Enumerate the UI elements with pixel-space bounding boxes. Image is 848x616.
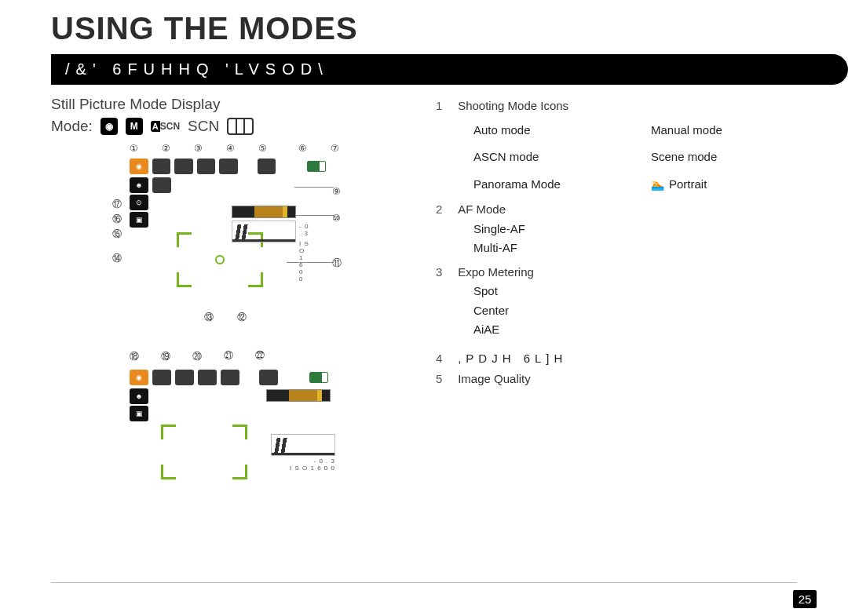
image-quality-head: 5 Image Quality <box>436 370 797 388</box>
ev-value: - 0 . 3 <box>299 223 310 237</box>
manual-mode-label: Manual mode <box>651 122 797 140</box>
camera-mode-icon: ◉ <box>130 159 148 174</box>
second-top-callouts: ⑱ ⑲ ⑳ ㉑ ㉒ <box>130 350 397 363</box>
face-detect-icon: ☻ <box>130 177 148 193</box>
af-icon <box>152 159 171 174</box>
footer-divider <box>51 582 797 583</box>
left-column: Still Picture Mode Display Mode: ◉ M ASC… <box>51 96 397 479</box>
shooting-mode-icons-head: 1 Shooting Mode Icons <box>436 97 797 115</box>
content-columns: Still Picture Mode Display Mode: ◉ M ASC… <box>51 96 797 479</box>
expo-metering-head: 3 Expo Metering <box>436 264 797 282</box>
single-af-label: Single-AF <box>473 221 797 239</box>
scene-mode-label: Scene mode <box>651 148 797 166</box>
battery-icon <box>309 372 328 383</box>
flash-icon <box>259 370 278 385</box>
page-number: 25 <box>793 590 817 608</box>
manual-page: USING THE MODES /&' 6FUHHQ 'LVSOD\ Still… <box>0 11 848 616</box>
panorama-mode-label: Panorama Mode <box>473 176 620 194</box>
wb-icon <box>152 177 171 193</box>
af-icon <box>152 370 171 385</box>
ascn-icon: ASCN <box>151 121 180 132</box>
manual-m-icon: M <box>126 118 143 135</box>
spot-label: Spot <box>473 282 797 301</box>
stabilizer-icon: ⊙ <box>130 195 148 210</box>
iso-value: I S O 1 6 0 0 <box>271 465 335 472</box>
center-label: Center <box>473 302 797 320</box>
histogram-icon <box>232 221 296 242</box>
quality-icon <box>219 159 238 174</box>
scn-label: SCN <box>188 118 219 135</box>
exposure-meter-icon <box>232 206 296 218</box>
lcd-diagram-2: ⑱ ⑲ ⑳ ㉑ ㉒ ◉ ☻ <box>130 350 397 479</box>
af-mode-head: 2 AF Mode <box>436 201 797 219</box>
ascn-mode-label: ASCN mode <box>473 148 620 166</box>
multi-af-label: Multi-AF <box>473 239 797 257</box>
quality-icon <box>221 370 239 385</box>
aiae-label: AiAE <box>473 321 797 339</box>
camera-icon: ◉ <box>101 118 118 135</box>
panorama-icon <box>227 118 254 135</box>
right-callouts: ⑨ ⑩ ⑪ <box>332 186 342 270</box>
portrait-icon: 🏊 <box>651 177 664 193</box>
bottom-callouts: ⑬ ⑫ <box>204 311 247 324</box>
meter-icon <box>174 159 193 174</box>
image-size-head: 4 ,PDJH 6L]H <box>436 350 797 368</box>
lcd-diagram-1: ① ② ③ ④ ⑤ ⑥ ⑦ ⑰ ⑯ ⑮ ⑭ ⑨ ⑩ ⑪ <box>51 143 397 347</box>
meter-icon <box>175 370 194 385</box>
right-column: 1 Shooting Mode Icons Auto mode Manual m… <box>436 96 797 479</box>
chapter-title: USING THE MODES <box>51 11 797 46</box>
battery-icon <box>307 161 326 172</box>
auto-mode-label: Auto mode <box>473 122 620 140</box>
exposure-meter-icon <box>266 389 331 402</box>
mode-icons-grid: Auto mode Manual mode ASCN mode Scene mo… <box>473 122 797 194</box>
size-icon <box>198 370 217 385</box>
top-callouts: ① ② ③ ④ ⑤ ⑥ ⑦ <box>130 143 397 154</box>
mode-line: Mode: ◉ M ASCN SCN <box>51 118 397 135</box>
focus-frame <box>161 425 247 479</box>
mode-label: Mode: <box>51 118 93 135</box>
size-icon <box>197 159 216 174</box>
camera-mode-icon: ◉ <box>130 370 148 385</box>
left-callouts: ⑰ ⑯ ⑮ ⑭ <box>112 198 122 265</box>
histogram-icon <box>271 434 335 456</box>
portrait-mode-label: 🏊Portrait <box>651 176 797 194</box>
drive-icon: ▣ <box>130 212 148 228</box>
still-picture-subhead: Still Picture Mode Display <box>51 96 397 113</box>
section-heading-bar: /&' 6FUHHQ 'LVSOD\ <box>51 54 848 85</box>
drive-icon: ▣ <box>130 406 148 421</box>
iso-value: I S O 1 6 0 0 <box>299 240 310 282</box>
histogram-block: - 0 . 3 I S O 1 6 0 0 <box>232 206 310 242</box>
ev-value: - 0 . 3 <box>271 457 335 465</box>
flash-icon <box>258 159 276 174</box>
face-detect-icon: ☻ <box>130 388 148 404</box>
